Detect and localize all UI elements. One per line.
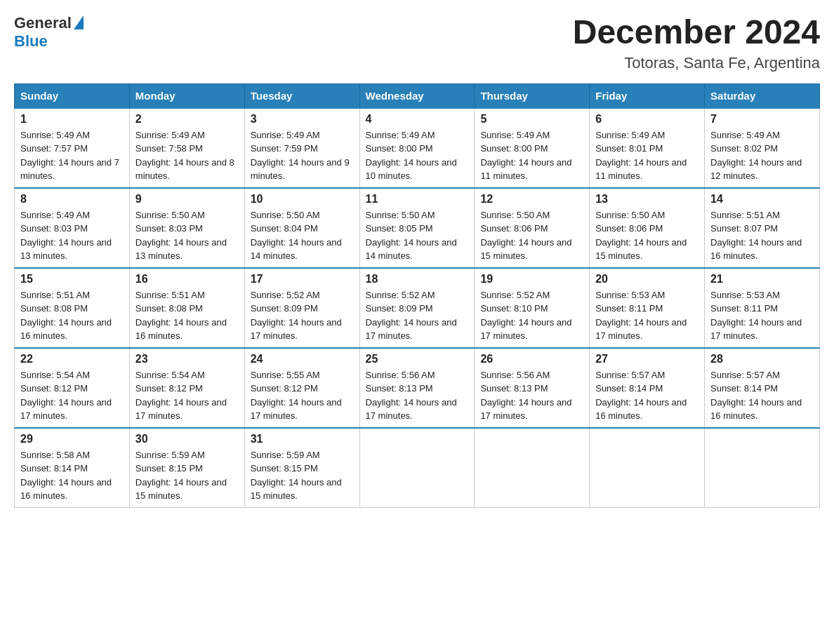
calendar-header-tuesday: Tuesday xyxy=(244,83,359,108)
day-number: 13 xyxy=(595,193,699,206)
calendar-cell: 9Sunrise: 5:50 AMSunset: 8:03 PMDaylight… xyxy=(129,188,244,268)
day-info: Sunrise: 5:51 AMSunset: 8:07 PMDaylight:… xyxy=(710,208,814,263)
calendar-table: SundayMondayTuesdayWednesdayThursdayFrid… xyxy=(14,83,820,508)
month-title: December 2024 xyxy=(573,14,820,51)
calendar-header-sunday: Sunday xyxy=(15,83,130,108)
day-info: Sunrise: 5:49 AMSunset: 8:02 PMDaylight:… xyxy=(710,128,814,183)
calendar-header-wednesday: Wednesday xyxy=(359,83,475,108)
day-number: 24 xyxy=(251,353,354,365)
header: General Blue December 2024 Totoras, Sant… xyxy=(14,14,820,72)
day-number: 12 xyxy=(480,193,583,206)
day-number: 8 xyxy=(20,193,124,206)
day-number: 22 xyxy=(20,353,124,365)
day-number: 9 xyxy=(135,193,239,206)
logo-arrow-icon xyxy=(74,15,84,29)
calendar-cell: 25Sunrise: 5:56 AMSunset: 8:13 PMDayligh… xyxy=(359,348,475,428)
day-info: Sunrise: 5:56 AMSunset: 8:13 PMDaylight:… xyxy=(480,368,583,423)
day-info: Sunrise: 5:52 AMSunset: 8:09 PMDaylight:… xyxy=(366,288,469,343)
calendar-cell: 12Sunrise: 5:50 AMSunset: 8:06 PMDayligh… xyxy=(475,188,590,268)
day-info: Sunrise: 5:57 AMSunset: 8:14 PMDaylight:… xyxy=(595,368,699,423)
day-number: 5 xyxy=(480,113,583,126)
calendar-cell: 28Sunrise: 5:57 AMSunset: 8:14 PMDayligh… xyxy=(705,348,820,428)
calendar-cell: 17Sunrise: 5:52 AMSunset: 8:09 PMDayligh… xyxy=(244,268,359,348)
day-number: 4 xyxy=(366,113,469,126)
calendar-week-row: 1Sunrise: 5:49 AMSunset: 7:57 PMDaylight… xyxy=(15,108,820,188)
day-info: Sunrise: 5:58 AMSunset: 8:14 PMDaylight:… xyxy=(20,448,124,503)
day-number: 6 xyxy=(595,113,699,126)
day-info: Sunrise: 5:59 AMSunset: 8:15 PMDaylight:… xyxy=(135,448,239,503)
day-info: Sunrise: 5:49 AMSunset: 8:00 PMDaylight:… xyxy=(480,128,583,183)
calendar-cell xyxy=(475,428,590,508)
day-info: Sunrise: 5:52 AMSunset: 8:09 PMDaylight:… xyxy=(251,288,354,343)
day-number: 21 xyxy=(710,273,814,286)
day-number: 23 xyxy=(135,353,239,365)
calendar-header-thursday: Thursday xyxy=(475,83,590,108)
calendar-cell xyxy=(705,428,820,508)
day-info: Sunrise: 5:53 AMSunset: 8:11 PMDaylight:… xyxy=(710,288,814,343)
day-info: Sunrise: 5:52 AMSunset: 8:10 PMDaylight:… xyxy=(480,288,583,343)
calendar-cell: 13Sunrise: 5:50 AMSunset: 8:06 PMDayligh… xyxy=(590,188,705,268)
day-info: Sunrise: 5:55 AMSunset: 8:12 PMDaylight:… xyxy=(251,368,354,423)
day-info: Sunrise: 5:49 AMSunset: 8:03 PMDaylight:… xyxy=(20,208,124,263)
day-info: Sunrise: 5:50 AMSunset: 8:05 PMDaylight:… xyxy=(366,208,469,263)
calendar-cell: 31Sunrise: 5:59 AMSunset: 8:15 PMDayligh… xyxy=(244,428,359,508)
day-number: 20 xyxy=(595,273,699,286)
day-info: Sunrise: 5:56 AMSunset: 8:13 PMDaylight:… xyxy=(366,368,469,423)
day-number: 10 xyxy=(251,193,354,206)
calendar-week-row: 22Sunrise: 5:54 AMSunset: 8:12 PMDayligh… xyxy=(15,348,820,428)
day-info: Sunrise: 5:50 AMSunset: 8:06 PMDaylight:… xyxy=(595,208,699,263)
day-info: Sunrise: 5:49 AMSunset: 8:01 PMDaylight:… xyxy=(595,128,699,183)
calendar-header-monday: Monday xyxy=(129,83,244,108)
title-area: December 2024 Totoras, Santa Fe, Argenti… xyxy=(573,14,820,72)
day-info: Sunrise: 5:49 AMSunset: 7:57 PMDaylight:… xyxy=(20,128,124,183)
day-info: Sunrise: 5:49 AMSunset: 8:00 PMDaylight:… xyxy=(366,128,469,183)
calendar-cell: 27Sunrise: 5:57 AMSunset: 8:14 PMDayligh… xyxy=(590,348,705,428)
calendar-cell: 20Sunrise: 5:53 AMSunset: 8:11 PMDayligh… xyxy=(590,268,705,348)
day-number: 29 xyxy=(20,433,124,445)
calendar-header-row: SundayMondayTuesdayWednesdayThursdayFrid… xyxy=(15,83,820,108)
calendar-cell: 4Sunrise: 5:49 AMSunset: 8:00 PMDaylight… xyxy=(359,108,475,188)
day-number: 30 xyxy=(135,433,239,445)
day-number: 7 xyxy=(710,113,814,126)
calendar-cell: 15Sunrise: 5:51 AMSunset: 8:08 PMDayligh… xyxy=(15,268,130,348)
logo-general-text: General xyxy=(14,14,72,32)
day-number: 17 xyxy=(251,273,354,286)
day-number: 31 xyxy=(251,433,354,445)
day-info: Sunrise: 5:51 AMSunset: 8:08 PMDaylight:… xyxy=(20,288,124,343)
calendar-cell: 1Sunrise: 5:49 AMSunset: 7:57 PMDaylight… xyxy=(15,108,130,188)
day-number: 3 xyxy=(251,113,354,126)
day-number: 16 xyxy=(135,273,239,286)
day-number: 11 xyxy=(366,193,469,206)
day-info: Sunrise: 5:49 AMSunset: 7:58 PMDaylight:… xyxy=(135,128,239,183)
day-number: 28 xyxy=(710,353,814,365)
calendar-cell: 8Sunrise: 5:49 AMSunset: 8:03 PMDaylight… xyxy=(15,188,130,268)
calendar-cell: 14Sunrise: 5:51 AMSunset: 8:07 PMDayligh… xyxy=(705,188,820,268)
logo-blue-text: Blue xyxy=(14,32,48,51)
calendar-cell: 3Sunrise: 5:49 AMSunset: 7:59 PMDaylight… xyxy=(244,108,359,188)
calendar-cell xyxy=(590,428,705,508)
day-number: 14 xyxy=(710,193,814,206)
day-info: Sunrise: 5:50 AMSunset: 8:03 PMDaylight:… xyxy=(135,208,239,263)
calendar-cell: 30Sunrise: 5:59 AMSunset: 8:15 PMDayligh… xyxy=(129,428,244,508)
day-number: 2 xyxy=(135,113,239,126)
calendar-week-row: 29Sunrise: 5:58 AMSunset: 8:14 PMDayligh… xyxy=(15,428,820,508)
day-number: 1 xyxy=(20,113,124,126)
day-number: 26 xyxy=(480,353,583,365)
calendar-cell: 23Sunrise: 5:54 AMSunset: 8:12 PMDayligh… xyxy=(129,348,244,428)
calendar-cell: 18Sunrise: 5:52 AMSunset: 8:09 PMDayligh… xyxy=(359,268,475,348)
day-info: Sunrise: 5:51 AMSunset: 8:08 PMDaylight:… xyxy=(135,288,239,343)
day-info: Sunrise: 5:49 AMSunset: 7:59 PMDaylight:… xyxy=(251,128,354,183)
day-info: Sunrise: 5:59 AMSunset: 8:15 PMDaylight:… xyxy=(251,448,354,503)
day-info: Sunrise: 5:50 AMSunset: 8:06 PMDaylight:… xyxy=(480,208,583,263)
calendar-week-row: 15Sunrise: 5:51 AMSunset: 8:08 PMDayligh… xyxy=(15,268,820,348)
calendar-header-friday: Friday xyxy=(590,83,705,108)
day-info: Sunrise: 5:57 AMSunset: 8:14 PMDaylight:… xyxy=(710,368,814,423)
day-number: 19 xyxy=(480,273,583,286)
calendar-cell: 26Sunrise: 5:56 AMSunset: 8:13 PMDayligh… xyxy=(475,348,590,428)
day-number: 27 xyxy=(595,353,699,365)
location-title: Totoras, Santa Fe, Argentina xyxy=(573,54,820,72)
calendar-cell: 10Sunrise: 5:50 AMSunset: 8:04 PMDayligh… xyxy=(244,188,359,268)
calendar-header-saturday: Saturday xyxy=(705,83,820,108)
day-info: Sunrise: 5:54 AMSunset: 8:12 PMDaylight:… xyxy=(135,368,239,423)
day-number: 18 xyxy=(366,273,469,286)
